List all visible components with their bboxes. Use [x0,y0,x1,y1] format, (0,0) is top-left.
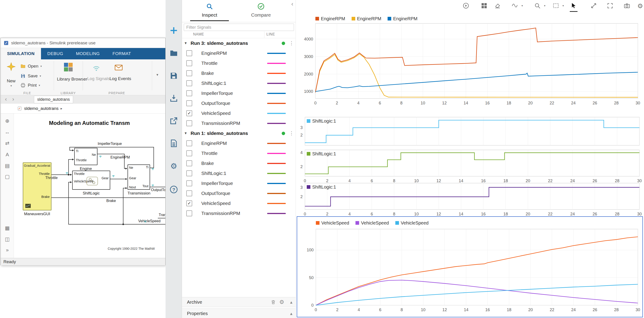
shiftlogic-strip-3[interactable]: 32024681012141618202224262830ShiftLogic:… [299,182,642,215]
signal-checkbox[interactable] [186,140,192,146]
palette-icon[interactable]: ▤ [1,163,14,169]
run-header[interactable]: ▾Run 3: sldemo_autotrans⋮ [182,38,296,48]
open-dropdown-icon[interactable]: ▾ [40,65,42,68]
simulink-titlebar[interactable]: sldemo_autotrans - Simulink prerelease u… [1,38,165,48]
signal-row[interactable]: EngineRPM [182,138,296,148]
transmission-block[interactable]: Ne Gear Nout Ti Tout [128,164,150,190]
signal-checkbox[interactable] [186,60,192,66]
report-button[interactable] [169,139,178,148]
shiftlogic-block[interactable]: Throttle VehicleSpeed Gear [72,171,110,190]
run-menu-icon[interactable]: ⋮ [289,38,294,48]
signal-row[interactable]: OutputTorque [182,188,296,198]
pointer-icon[interactable] [570,2,578,10]
breadcrumb[interactable]: sldemo_autotrans ▸ [1,103,165,113]
ribbon-tab-format[interactable]: FORMAT [106,48,137,59]
import-button[interactable] [169,94,178,103]
save-button[interactable] [169,71,178,80]
signal-row[interactable]: ImpellerTorque [182,178,296,188]
signal-checkbox[interactable] [186,50,192,56]
signal-checkbox[interactable] [186,210,192,216]
signal-row[interactable]: Brake [182,158,296,168]
properties-section[interactable]: Properties ▴ [182,309,296,318]
signal-row[interactable]: ✓VehicleSpeed [182,198,296,208]
shiftlogic-strip-2[interactable]: 42024681012141618202224262830ShiftLogic:… [299,149,642,182]
signal-checkbox[interactable]: ✓ [186,110,192,116]
signal-row[interactable]: ShiftLogic:1 [182,168,296,178]
tab-compare[interactable]: Compare [242,0,280,21]
palette-icon[interactable]: ⇄ [1,140,14,146]
signal-row[interactable]: TransmissionRPM [182,118,296,128]
signal-row[interactable]: OutputTorque [182,98,296,108]
vehicle-speed-plot[interactable]: 050100024681012141618202224262830Vehicle… [297,216,643,317]
signal-checkbox[interactable] [186,190,192,196]
model-canvas[interactable]: ⊕↔⇄A▤▢▦◫» Modeling an Automatic Transm G… [1,113,165,258]
signal-checkbox[interactable] [186,170,192,176]
palette-icon[interactable]: ▢ [1,174,14,180]
settings-button[interactable]: ⚙ [169,162,178,171]
engine-rpm-plot[interactable]: 1000200030004000024681012141618202224262… [299,14,642,105]
print-dropdown-icon[interactable]: ▾ [39,84,40,87]
archive-collapse-icon[interactable]: ▴ [290,297,292,307]
palette-icon[interactable]: ↔ [1,129,14,135]
eraser-icon[interactable] [494,2,502,10]
signal-checkbox[interactable] [186,150,192,156]
open-button[interactable]: Open ▾ [20,62,54,70]
signal-checkbox[interactable] [186,100,192,106]
settings-icon[interactable]: ⚙ [636,2,644,10]
archive-settings-icon[interactable]: ⚙ [279,297,284,307]
library-browser-button[interactable]: Library Browser [54,60,82,90]
save-dropdown-icon[interactable]: ▾ [40,74,41,78]
document-tab[interactable]: sldemo_autotrans [34,96,73,103]
palette-icon[interactable]: ◫ [1,236,14,242]
filter-signals-input[interactable] [184,24,294,31]
save-button[interactable]: Save ▾ [20,72,54,80]
collapse-triangle-icon[interactable]: ▾ [185,128,187,138]
archive-section[interactable]: Archive ⚙ ▴ [182,297,296,307]
palette-icon[interactable]: ⊕ [1,118,14,124]
add-button[interactable] [169,26,178,35]
trash-icon[interactable] [270,297,276,308]
palette-icon[interactable]: A [1,152,14,158]
palette-icon[interactable]: ▦ [1,225,14,231]
open-button[interactable] [169,49,178,58]
print-button[interactable]: Print ▾ [20,81,54,89]
signal-row[interactable]: Brake [182,68,296,78]
signal-checkbox[interactable] [186,120,192,126]
palette-icon[interactable]: » [1,247,14,253]
signal-checkbox[interactable] [186,70,192,76]
signal-row[interactable]: ✓VehicleSpeed [182,108,296,118]
new-button[interactable]: New ▾ [4,61,19,90]
collapse-triangle-icon[interactable]: ▾ [185,38,187,48]
maneuversgui-block[interactable]: Gradual_Accelerat Throttle Brake [23,162,52,210]
shiftlogic-strip-1[interactable]: 32ShiftLogic:1 [299,116,642,148]
line-style-icon[interactable]: ▾ [512,2,519,10]
signal-checkbox[interactable] [186,160,192,166]
forward-icon[interactable]: › [10,95,16,103]
signal-row[interactable]: Throttle [182,58,296,68]
ribbon-tab-modeling[interactable]: MODELING [70,48,106,59]
engine-block[interactable]: Ti Throttle Ne [74,148,98,165]
log-events-button[interactable]: Log Events [108,60,130,90]
layout-grid-icon[interactable] [481,2,488,10]
signal-row[interactable]: Throttle [182,148,296,158]
properties-collapse-icon[interactable]: ▴ [290,309,292,318]
collapse-panel-icon[interactable]: ‹ [291,0,293,7]
log-signals-button[interactable]: Log Signals [86,60,107,90]
run-menu-icon[interactable]: ⋮ [289,128,294,138]
signal-row[interactable]: ImpellerTorque [182,88,296,98]
signal-row[interactable]: ShiftLogic:1 [182,78,296,88]
ribbon-tab-debug[interactable]: DEBUG [41,48,70,59]
back-icon[interactable]: ‹ [3,95,9,103]
help-button[interactable]: ? [169,185,178,194]
signal-checkbox[interactable] [186,180,192,186]
zoom-icon[interactable]: ▾ [534,2,542,10]
signal-checkbox[interactable]: ✓ [186,200,192,206]
fullscreen-icon[interactable] [607,2,614,10]
ribbon-tab-simulation[interactable]: SIMULATION [1,48,41,59]
signal-row[interactable]: EngineRPM [182,48,296,58]
run-header[interactable]: ▾Run 1: sldemo_autotrans⋮ [182,128,296,138]
tab-inspect[interactable]: Inspect [190,0,229,21]
fit-view-icon[interactable]: ▾ [552,2,560,10]
signal-row[interactable]: TransmissionRPM [182,208,296,218]
ribbon-overflow-icon[interactable]: ▾ [156,72,158,77]
